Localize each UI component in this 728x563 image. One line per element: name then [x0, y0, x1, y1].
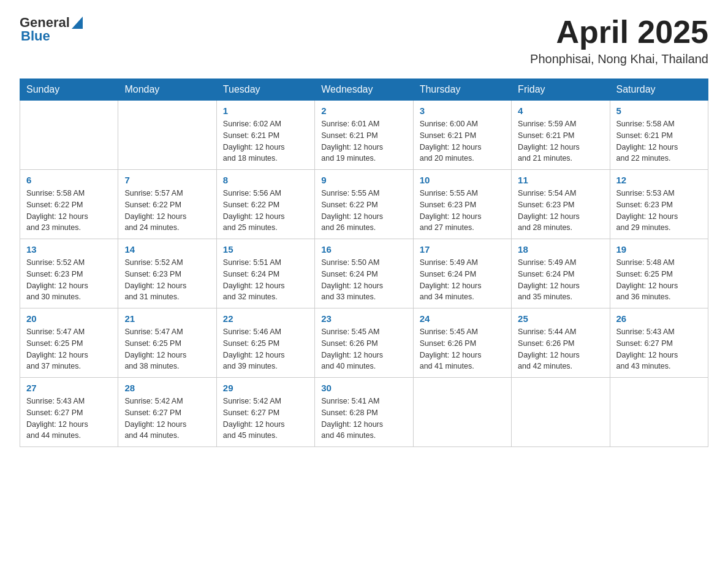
day-number: 21: [124, 313, 210, 324]
day-info: Sunrise: 5:49 AMSunset: 6:24 PMDaylight:…: [420, 257, 505, 303]
day-info: Sunrise: 5:41 AMSunset: 6:28 PMDaylight:…: [321, 396, 406, 442]
calendar-day-cell: [413, 378, 511, 447]
calendar-day-cell: 9Sunrise: 5:55 AMSunset: 6:22 PMDaylight…: [315, 170, 413, 239]
day-number: 20: [26, 313, 112, 324]
day-number: 27: [26, 383, 112, 393]
day-info: Sunrise: 5:55 AMSunset: 6:22 PMDaylight:…: [321, 188, 406, 234]
day-info: Sunrise: 5:47 AMSunset: 6:25 PMDaylight:…: [124, 326, 210, 372]
svg-marker-0: [72, 17, 83, 29]
calendar-day-cell: 24Sunrise: 5:45 AMSunset: 6:26 PMDayligh…: [413, 308, 511, 378]
calendar-week-row: 20Sunrise: 5:47 AMSunset: 6:25 PMDayligh…: [20, 308, 708, 378]
calendar-week-row: 27Sunrise: 5:43 AMSunset: 6:27 PMDayligh…: [20, 378, 708, 447]
day-number: 5: [616, 105, 702, 116]
day-info: Sunrise: 5:44 AMSunset: 6:26 PMDaylight:…: [518, 326, 603, 372]
calendar-day-cell: 14Sunrise: 5:52 AMSunset: 6:23 PMDayligh…: [118, 239, 216, 308]
calendar-day-cell: 25Sunrise: 5:44 AMSunset: 6:26 PMDayligh…: [512, 308, 610, 378]
calendar-day-cell: [512, 378, 610, 447]
calendar-day-cell: 28Sunrise: 5:42 AMSunset: 6:27 PMDayligh…: [118, 378, 216, 447]
day-info: Sunrise: 5:45 AMSunset: 6:26 PMDaylight:…: [321, 326, 406, 372]
day-info: Sunrise: 5:50 AMSunset: 6:24 PMDaylight:…: [321, 257, 406, 303]
calendar-weekday-header: Wednesday: [315, 79, 413, 101]
calendar-day-cell: 7Sunrise: 5:57 AMSunset: 6:22 PMDaylight…: [118, 170, 216, 239]
calendar-week-row: 13Sunrise: 5:52 AMSunset: 6:23 PMDayligh…: [20, 239, 708, 308]
calendar-day-cell: 5Sunrise: 5:58 AMSunset: 6:21 PMDaylight…: [610, 101, 708, 170]
calendar-day-cell: 30Sunrise: 5:41 AMSunset: 6:28 PMDayligh…: [315, 378, 413, 447]
day-number: 4: [518, 105, 603, 116]
day-info: Sunrise: 5:42 AMSunset: 6:27 PMDaylight:…: [223, 396, 308, 442]
calendar-day-cell: 1Sunrise: 6:02 AMSunset: 6:21 PMDaylight…: [216, 101, 314, 170]
day-info: Sunrise: 5:58 AMSunset: 6:21 PMDaylight:…: [616, 118, 702, 164]
day-number: 11: [518, 175, 603, 185]
day-info: Sunrise: 5:42 AMSunset: 6:27 PMDaylight:…: [124, 396, 210, 442]
day-number: 19: [616, 244, 702, 255]
day-info: Sunrise: 5:56 AMSunset: 6:22 PMDaylight:…: [223, 188, 308, 234]
calendar-day-cell: 11Sunrise: 5:54 AMSunset: 6:23 PMDayligh…: [512, 170, 610, 239]
day-number: 14: [124, 244, 210, 255]
calendar-day-cell: 16Sunrise: 5:50 AMSunset: 6:24 PMDayligh…: [315, 239, 413, 308]
calendar-weekday-header: Thursday: [413, 79, 511, 101]
page-header: General Blue April 2025 Phonphisai, Nong…: [20, 15, 708, 66]
day-info: Sunrise: 5:48 AMSunset: 6:25 PMDaylight:…: [616, 257, 702, 303]
logo: General Blue: [20, 15, 83, 44]
logo-blue-text: Blue: [21, 28, 50, 44]
calendar-day-cell: 3Sunrise: 6:00 AMSunset: 6:21 PMDaylight…: [413, 101, 511, 170]
calendar-weekday-header: Sunday: [20, 79, 118, 101]
calendar-weekday-header: Saturday: [610, 79, 708, 101]
day-info: Sunrise: 5:49 AMSunset: 6:24 PMDaylight:…: [518, 257, 603, 303]
calendar-day-cell: 4Sunrise: 5:59 AMSunset: 6:21 PMDaylight…: [512, 101, 610, 170]
day-info: Sunrise: 5:58 AMSunset: 6:22 PMDaylight:…: [26, 188, 112, 234]
calendar-week-row: 6Sunrise: 5:58 AMSunset: 6:22 PMDaylight…: [20, 170, 708, 239]
day-info: Sunrise: 5:55 AMSunset: 6:23 PMDaylight:…: [420, 188, 505, 234]
calendar-day-cell: [20, 101, 118, 170]
day-info: Sunrise: 5:45 AMSunset: 6:26 PMDaylight:…: [420, 326, 505, 372]
day-number: 18: [518, 244, 603, 255]
calendar-day-cell: 27Sunrise: 5:43 AMSunset: 6:27 PMDayligh…: [20, 378, 118, 447]
calendar-day-cell: 15Sunrise: 5:51 AMSunset: 6:24 PMDayligh…: [216, 239, 314, 308]
day-number: 25: [518, 313, 603, 324]
calendar-weekday-header: Friday: [512, 79, 610, 101]
day-info: Sunrise: 5:53 AMSunset: 6:23 PMDaylight:…: [616, 188, 702, 234]
day-info: Sunrise: 5:43 AMSunset: 6:27 PMDaylight:…: [616, 326, 702, 372]
day-number: 8: [223, 175, 308, 185]
day-info: Sunrise: 6:02 AMSunset: 6:21 PMDaylight:…: [223, 118, 308, 164]
day-info: Sunrise: 5:59 AMSunset: 6:21 PMDaylight:…: [518, 118, 603, 164]
day-number: 9: [321, 175, 406, 185]
location-text: Phonphisai, Nong Khai, Thailand: [530, 52, 708, 66]
day-number: 3: [420, 105, 505, 116]
calendar-day-cell: 2Sunrise: 6:01 AMSunset: 6:21 PMDaylight…: [315, 101, 413, 170]
day-number: 7: [124, 175, 210, 185]
logo-triangle-icon: [72, 17, 83, 29]
day-info: Sunrise: 6:01 AMSunset: 6:21 PMDaylight:…: [321, 118, 406, 164]
day-number: 1: [223, 105, 308, 116]
day-number: 10: [420, 175, 505, 185]
calendar-day-cell: 29Sunrise: 5:42 AMSunset: 6:27 PMDayligh…: [216, 378, 314, 447]
calendar-day-cell: 23Sunrise: 5:45 AMSunset: 6:26 PMDayligh…: [315, 308, 413, 378]
day-info: Sunrise: 5:43 AMSunset: 6:27 PMDaylight:…: [26, 396, 112, 442]
day-number: 13: [26, 244, 112, 255]
calendar-week-row: 1Sunrise: 6:02 AMSunset: 6:21 PMDaylight…: [20, 101, 708, 170]
day-info: Sunrise: 6:00 AMSunset: 6:21 PMDaylight:…: [420, 118, 505, 164]
calendar-weekday-header: Tuesday: [216, 79, 314, 101]
calendar-day-cell: [610, 378, 708, 447]
day-info: Sunrise: 5:46 AMSunset: 6:25 PMDaylight:…: [223, 326, 308, 372]
month-title: April 2025: [530, 15, 708, 50]
calendar-day-cell: 18Sunrise: 5:49 AMSunset: 6:24 PMDayligh…: [512, 239, 610, 308]
day-number: 23: [321, 313, 406, 324]
calendar-weekday-header: Monday: [118, 79, 216, 101]
calendar-day-cell: 26Sunrise: 5:43 AMSunset: 6:27 PMDayligh…: [610, 308, 708, 378]
day-number: 22: [223, 313, 308, 324]
day-number: 17: [420, 244, 505, 255]
day-number: 28: [124, 383, 210, 393]
calendar-day-cell: 13Sunrise: 5:52 AMSunset: 6:23 PMDayligh…: [20, 239, 118, 308]
day-number: 24: [420, 313, 505, 324]
day-info: Sunrise: 5:52 AMSunset: 6:23 PMDaylight:…: [124, 257, 210, 303]
day-number: 15: [223, 244, 308, 255]
calendar-table: SundayMondayTuesdayWednesdayThursdayFrid…: [20, 79, 708, 447]
calendar-day-cell: 10Sunrise: 5:55 AMSunset: 6:23 PMDayligh…: [413, 170, 511, 239]
calendar-day-cell: 8Sunrise: 5:56 AMSunset: 6:22 PMDaylight…: [216, 170, 314, 239]
title-area: April 2025 Phonphisai, Nong Khai, Thaila…: [530, 15, 708, 66]
calendar-day-cell: 6Sunrise: 5:58 AMSunset: 6:22 PMDaylight…: [20, 170, 118, 239]
day-number: 30: [321, 383, 406, 393]
calendar-day-cell: 12Sunrise: 5:53 AMSunset: 6:23 PMDayligh…: [610, 170, 708, 239]
calendar-day-cell: 20Sunrise: 5:47 AMSunset: 6:25 PMDayligh…: [20, 308, 118, 378]
